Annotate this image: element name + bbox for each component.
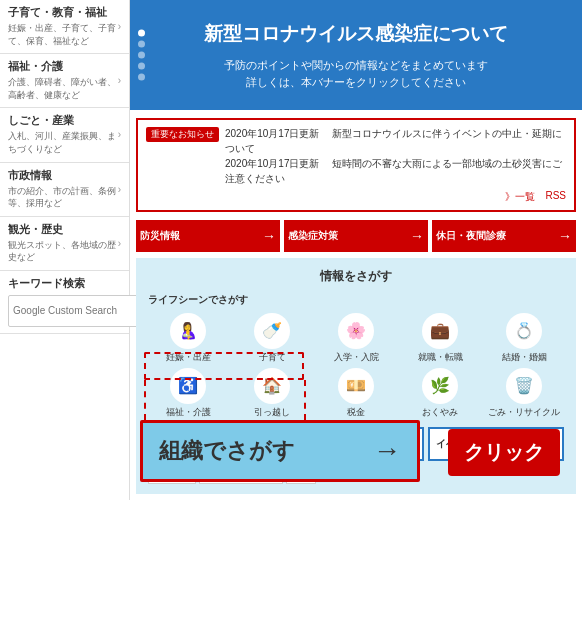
hero-dot-1 bbox=[138, 29, 145, 36]
lifecycle-item-6[interactable]: 🏠 引っ越し bbox=[232, 368, 312, 419]
lifecycle-icon-2: 🌸 bbox=[338, 313, 374, 349]
notice-box: 重要なお知らせ 2020年10月17日更新 新型コロナウイルスに伴うイベントの中… bbox=[136, 118, 576, 212]
lifecycle-label-7: 税金 bbox=[347, 406, 365, 419]
lifecycle-label-8: おくやみ bbox=[422, 406, 458, 419]
lifecycle-label-5: 福祉・介護 bbox=[166, 406, 211, 419]
sidebar-sub-work: 入札、河川、産業振興、まちづくりなど bbox=[8, 130, 118, 155]
sidebar-link-child[interactable]: 子育て・教育・福祉 妊娠・出産、子育て、子育て、保育、福祉など › bbox=[8, 6, 121, 47]
quick-link-disaster[interactable]: 防災情報 → bbox=[136, 220, 280, 252]
lifecycle-icon-8: 🌿 bbox=[422, 368, 458, 404]
lifecycle-item-1[interactable]: 🍼 子育て bbox=[232, 313, 312, 364]
lifecycle-icon-9: 🗑️ bbox=[506, 368, 542, 404]
notice-date-1: 2020年10月17日更新 bbox=[225, 128, 320, 139]
lifecycle-icon-5: ♿ bbox=[170, 368, 206, 404]
search-section-title: 情報をさがす bbox=[148, 268, 564, 285]
lifecycle-label-4: 結婚・婚姻 bbox=[502, 351, 547, 364]
lifecycle-icon-4: 💍 bbox=[506, 313, 542, 349]
zoomed-org-search-button[interactable]: 組織でさがす → bbox=[140, 420, 420, 482]
lifecycle-item-2[interactable]: 🌸 入学・入院 bbox=[316, 313, 396, 364]
chevron-right-icon: › bbox=[118, 75, 121, 86]
sidebar-section-tourism[interactable]: 観光・歴史 観光スポット、各地域の歴史など › bbox=[0, 217, 129, 271]
page-wrapper: 子育て・教育・福祉 妊娠・出産、子育て、子育て、保育、福祉など › 福祉・介護 … bbox=[0, 0, 582, 500]
chevron-right-icon: › bbox=[118, 21, 121, 32]
sidebar-link-tourism[interactable]: 観光・歴史 観光スポット、各地域の歴史など › bbox=[8, 223, 121, 264]
hero-dot-5 bbox=[138, 73, 145, 80]
notice-header: 重要なお知らせ 2020年10月17日更新 新型コロナウイルスに伴うイベントの中… bbox=[146, 126, 566, 186]
lifecycle-icon-3: 💼 bbox=[422, 313, 458, 349]
sidebar-section-child[interactable]: 子育て・教育・福祉 妊娠・出産、子育て、子育て、保育、福祉など › bbox=[0, 0, 129, 54]
notice-list-link[interactable]: 》一覧 bbox=[505, 190, 535, 204]
hero-subtitle-1: 予防のポイントや関からの情報などをまとめています bbox=[150, 57, 562, 75]
sidebar-title-work: しごと・産業 bbox=[8, 114, 118, 128]
quick-link-disaster-label: 防災情報 bbox=[140, 229, 180, 243]
lifecycle-item-0[interactable]: 🤱 妊娠・出産 bbox=[148, 313, 228, 364]
lifecycle-title: ライフシーンでさがす bbox=[148, 293, 564, 307]
sidebar-title-city: 市政情報 bbox=[8, 169, 118, 183]
lifecycle-grid-row1: 🤱 妊娠・出産 🍼 子育て 🌸 入学・入院 💼 就職・転職 💍 結 bbox=[148, 313, 564, 419]
chevron-right-icon: › bbox=[118, 129, 121, 140]
lifecycle-label-6: 引っ越し bbox=[254, 406, 290, 419]
quick-link-holiday[interactable]: 休日・夜間診療 → bbox=[432, 220, 576, 252]
lifecycle-item-3[interactable]: 💼 就職・転職 bbox=[400, 313, 480, 364]
sidebar-section-work[interactable]: しごと・産業 入札、河川、産業振興、まちづくりなど › bbox=[0, 108, 129, 162]
search-row: 検索 bbox=[8, 295, 121, 327]
notice-rss-link[interactable]: RSS bbox=[545, 190, 566, 204]
sidebar-link-welfare[interactable]: 福祉・介護 介護、障碍者、障がい者、高齢者、健康など › bbox=[8, 60, 121, 101]
notice-item-1: 2020年10月17日更新 新型コロナウイルスに伴うイベントの中止・延期について bbox=[225, 126, 566, 156]
notice-links: 》一覧 RSS bbox=[146, 190, 566, 204]
sidebar-link-city[interactable]: 市政情報 市の紹介、市の計画、条例等、採用など › bbox=[8, 169, 121, 210]
notice-text: 2020年10月17日更新 新型コロナウイルスに伴うイベントの中止・延期について… bbox=[225, 126, 566, 186]
hero-dot-3 bbox=[138, 51, 145, 58]
sidebar-sub-city: 市の紹介、市の計画、条例等、採用など bbox=[8, 185, 118, 210]
hero-title: 新型コロナウイルス感染症について bbox=[150, 22, 562, 47]
sidebar-title-child: 子育て・教育・福祉 bbox=[8, 6, 118, 20]
chevron-right-icon: › bbox=[118, 238, 121, 249]
lifecycle-icon-1: 🍼 bbox=[254, 313, 290, 349]
lifecycle-label-0: 妊娠・出産 bbox=[166, 351, 211, 364]
sidebar: 子育て・教育・福祉 妊娠・出産、子育て、子育て、保育、福祉など › 福祉・介護 … bbox=[0, 0, 130, 500]
hero-subtitle-2: 詳しくは、本バナーをクリックしてください bbox=[150, 74, 562, 92]
lifecycle-item-9[interactable]: 🗑️ ごみ・リサイクル bbox=[484, 368, 564, 419]
lifecycle-item-8[interactable]: 🌿 おくやみ bbox=[400, 368, 480, 419]
lifecycle-label-2: 入学・入院 bbox=[334, 351, 379, 364]
chevron-right-icon: › bbox=[118, 184, 121, 195]
search-input[interactable] bbox=[8, 295, 145, 327]
sidebar-sub-child: 妊娠・出産、子育て、子育て、保育、福祉など bbox=[8, 22, 118, 47]
quick-link-disaster-arrow: → bbox=[262, 228, 276, 244]
lifecycle-item-5[interactable]: ♿ 福祉・介護 bbox=[148, 368, 228, 419]
hero-dot-4 bbox=[138, 62, 145, 69]
lifecycle-item-7[interactable]: 💴 税金 bbox=[316, 368, 396, 419]
click-label: クリック bbox=[448, 429, 560, 476]
keyword-search-title: キーワード検索 bbox=[8, 277, 121, 291]
zoom-overlay: 組織でさがす → bbox=[140, 420, 420, 482]
quick-link-holiday-arrow: → bbox=[558, 228, 572, 244]
sidebar-sub-tourism: 観光スポット、各地域の歴史など bbox=[8, 239, 118, 264]
hero-banner[interactable]: 新型コロナウイルス感染症について 予防のポイントや関からの情報などをまとめていま… bbox=[130, 0, 582, 110]
keyword-search-area: キーワード検索 検索 bbox=[0, 271, 129, 334]
lifecycle-label-1: 子育て bbox=[259, 351, 286, 364]
zoomed-org-search-arrow: → bbox=[373, 435, 401, 467]
quick-link-infection-label: 感染症対策 bbox=[288, 229, 338, 243]
quick-link-holiday-label: 休日・夜間診療 bbox=[436, 229, 506, 243]
lifecycle-item-4[interactable]: 💍 結婚・婚姻 bbox=[484, 313, 564, 364]
lifecycle-icon-6: 🏠 bbox=[254, 368, 290, 404]
main-content: 新型コロナウイルス感染症について 予防のポイントや関からの情報などをまとめていま… bbox=[130, 0, 582, 500]
notice-item-2: 2020年10月17日更新 短時間の不審な大雨による一部地域の土砂災害にご注意く… bbox=[225, 156, 566, 186]
hero-dots bbox=[138, 29, 145, 80]
quick-links-row: 防災情報 → 感染症対策 → 休日・夜間診療 → bbox=[136, 220, 576, 252]
sidebar-sub-welfare: 介護、障碍者、障がい者、高齢者、健康など bbox=[8, 76, 118, 101]
sidebar-title-welfare: 福祉・介護 bbox=[8, 60, 118, 74]
notice-date-2: 2020年10月17日更新 bbox=[225, 158, 320, 169]
sidebar-section-welfare[interactable]: 福祉・介護 介護、障碍者、障がい者、高齢者、健康など › bbox=[0, 54, 129, 108]
lifecycle-icon-7: 💴 bbox=[338, 368, 374, 404]
notice-badge: 重要なお知らせ bbox=[146, 127, 219, 142]
quick-link-infection-arrow: → bbox=[410, 228, 424, 244]
lifecycle-label-3: 就職・転職 bbox=[418, 351, 463, 364]
hero-dot-2 bbox=[138, 40, 145, 47]
sidebar-link-work[interactable]: しごと・産業 入札、河川、産業振興、まちづくりなど › bbox=[8, 114, 121, 155]
sidebar-section-city[interactable]: 市政情報 市の紹介、市の計画、条例等、採用など › bbox=[0, 163, 129, 217]
lifecycle-label-9: ごみ・リサイクル bbox=[488, 406, 560, 419]
quick-link-infection[interactable]: 感染症対策 → bbox=[284, 220, 428, 252]
lifecycle-icon-0: 🤱 bbox=[170, 313, 206, 349]
sidebar-title-tourism: 観光・歴史 bbox=[8, 223, 118, 237]
